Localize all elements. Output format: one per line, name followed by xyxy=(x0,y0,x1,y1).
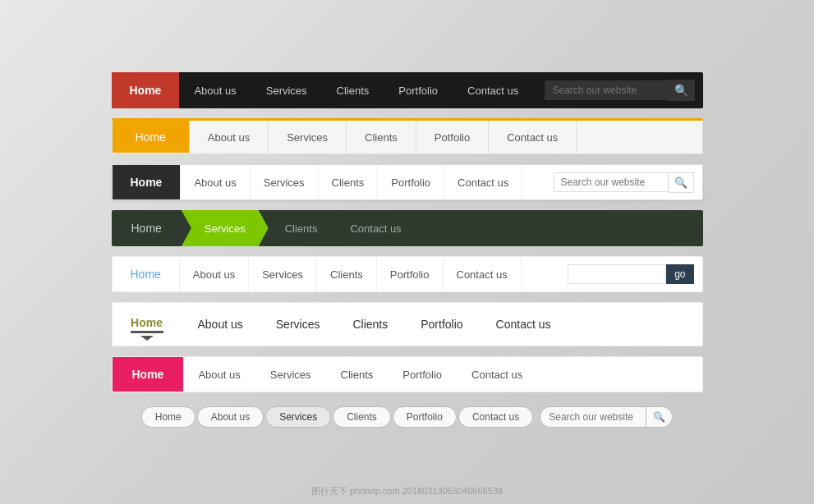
nav5-item-contact[interactable]: Contact us xyxy=(444,257,522,291)
nav6-items: About us Services Clients Portfolio Cont… xyxy=(182,303,702,346)
nav3-home-btn[interactable]: Home xyxy=(113,165,181,199)
nav8-clients-btn[interactable]: Clients xyxy=(333,406,391,428)
nav3-search-area: 🔍 xyxy=(554,172,694,193)
nav4-items: Services Clients Contact us xyxy=(182,210,703,246)
navbar-4: Home Services Clients Contact us xyxy=(112,210,703,246)
nav7-item-portfolio[interactable]: Portfolio xyxy=(388,357,457,392)
nav8-services-btn[interactable]: Services xyxy=(265,406,331,428)
nav4-item-contact[interactable]: Contact us xyxy=(333,210,417,246)
nav1-item-about[interactable]: About us xyxy=(179,72,251,108)
nav8-about-btn[interactable]: About us xyxy=(197,406,264,428)
nav5-search-input[interactable] xyxy=(568,264,666,284)
nav6-home-underline xyxy=(131,331,163,333)
nav3-items: About us Services Clients Portfolio Cont… xyxy=(180,165,553,199)
nav2-item-portfolio[interactable]: Potfolio xyxy=(416,121,489,153)
nav5-item-clients[interactable]: Clients xyxy=(317,257,377,291)
nav3-search-button[interactable]: 🔍 xyxy=(669,172,694,193)
nav2-item-about[interactable]: About us xyxy=(189,121,269,153)
nav6-item-portfolio[interactable]: Portfolio xyxy=(404,303,479,346)
nav8-search-button[interactable]: 🔍 xyxy=(646,406,673,428)
nav6-item-contact[interactable]: Contact us xyxy=(480,303,568,346)
navbar-8: Home About us Services Clients Portfolio… xyxy=(112,402,703,432)
navbar-3: Home About us Services Clients Portfolio… xyxy=(112,164,703,200)
navbar-5: Home About us Services Clients Portfolio… xyxy=(112,256,703,292)
nav3-search-input[interactable] xyxy=(554,172,669,192)
nav1-item-contact[interactable]: Contact us xyxy=(453,72,533,108)
nav6-home-label: Home xyxy=(131,316,163,329)
nav1-home-btn[interactable]: Home xyxy=(112,72,180,108)
nav1-item-clients[interactable]: Clients xyxy=(322,72,384,108)
nav8-search-input[interactable] xyxy=(540,406,646,428)
nav6-item-clients[interactable]: Clients xyxy=(336,303,404,346)
nav7-item-about[interactable]: About us xyxy=(183,357,255,392)
nav5-go-button[interactable]: go xyxy=(666,264,693,284)
nav4-item-services[interactable]: Services xyxy=(182,210,269,246)
nav7-item-contact[interactable]: Contact us xyxy=(457,357,537,392)
nav4-item-clients[interactable]: Clients xyxy=(269,210,334,246)
nav5-item-about[interactable]: About us xyxy=(180,257,249,291)
nav3-item-services[interactable]: Services xyxy=(251,165,319,199)
nav3-item-about[interactable]: About us xyxy=(180,165,250,199)
nav8-contact-btn[interactable]: Contact us xyxy=(458,406,533,428)
nav6-item-about[interactable]: About us xyxy=(182,303,260,346)
nav8-search-area: 🔍 xyxy=(540,406,673,428)
nav1-item-portfolio[interactable]: Portfolio xyxy=(384,72,453,108)
navbar-6: Home About us Services Clients Portfolio… xyxy=(112,302,703,346)
nav2-items: About us Services Clients Potfolio Conta… xyxy=(189,121,702,153)
nav5-items: About us Services Clients Portfolio Cont… xyxy=(180,257,568,291)
nav3-item-portfolio[interactable]: Portfolio xyxy=(378,165,444,199)
nav2-home-btn[interactable]: Home xyxy=(113,120,189,153)
nav5-item-services[interactable]: Services xyxy=(249,257,317,291)
main-container: Home About us Services Clients Portfolio… xyxy=(112,72,703,432)
nav1-search-button[interactable]: 🔍 xyxy=(668,80,695,101)
nav1-items: About us Services Clients Portfolio Cont… xyxy=(179,72,544,108)
nav1-search-area: 🔍 xyxy=(545,80,695,101)
nav2-item-clients[interactable]: Clients xyxy=(347,121,416,153)
nav1-item-services[interactable]: Services xyxy=(251,72,322,108)
nav5-search-area: go xyxy=(568,264,693,284)
nav2-item-contact[interactable]: Contact us xyxy=(489,121,577,153)
nav8-home-btn[interactable]: Home xyxy=(141,406,195,428)
nav5-item-portfolio[interactable]: Portfolio xyxy=(377,257,444,291)
nav6-item-services[interactable]: Services xyxy=(260,303,337,346)
nav7-items: About us Services Clients Portfolio Cont… xyxy=(183,357,701,392)
nav3-item-contact[interactable]: Contact us xyxy=(444,165,522,199)
watermark: 图行天下 phototp.com 20180313063040666538 xyxy=(311,485,503,497)
nav7-item-services[interactable]: Services xyxy=(255,357,326,392)
nav6-home-btn[interactable]: Home xyxy=(113,303,182,346)
nav3-item-clients[interactable]: Clients xyxy=(319,165,379,199)
nav2-item-services[interactable]: Services xyxy=(269,121,347,153)
nav1-search-input[interactable] xyxy=(545,80,668,100)
navbar-1: Home About us Services Clients Portfolio… xyxy=(112,72,703,108)
nav8-portfolio-btn[interactable]: Portfolio xyxy=(393,406,457,428)
navbar-2: Home About us Services Clients Potfolio … xyxy=(112,118,703,154)
nav4-home-btn[interactable]: Home xyxy=(112,210,182,246)
nav7-item-clients[interactable]: Clients xyxy=(326,357,389,392)
nav7-home-btn[interactable]: Home xyxy=(113,357,184,392)
navbar-7: Home About us Services Clients Portfolio… xyxy=(112,356,703,392)
nav5-home-btn[interactable]: Home xyxy=(113,257,180,291)
